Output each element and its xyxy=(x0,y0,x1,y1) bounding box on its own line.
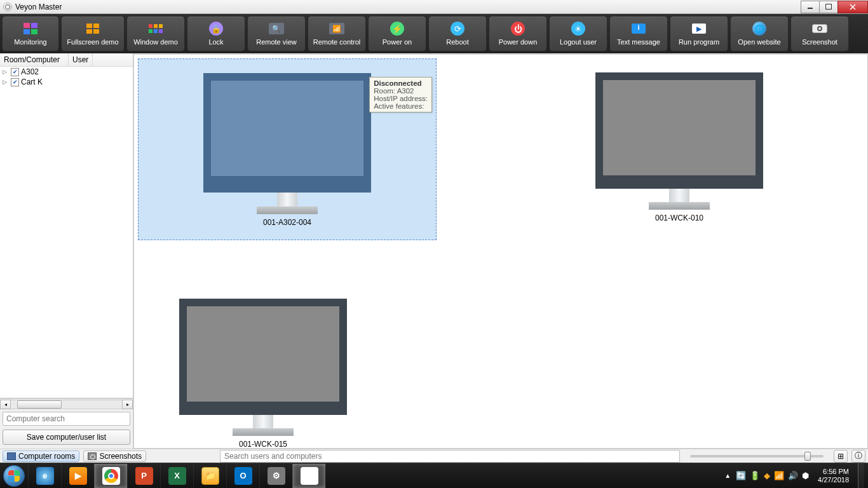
remote-control-button[interactable]: 📶 Remote control xyxy=(308,16,366,51)
dropbox-icon[interactable]: ⬢ xyxy=(802,471,809,480)
logout-icon: ☀ xyxy=(571,22,586,36)
toolbar-label: Run program xyxy=(679,38,719,46)
status-tooltip: Disconnected Room: A302 Host/IP address:… xyxy=(369,77,432,112)
screenshot-button[interactable]: Screenshot xyxy=(790,16,849,51)
taskbar-explorer[interactable]: 📁 xyxy=(193,464,226,488)
tree-col-room[interactable]: Room/Computer xyxy=(0,53,69,66)
taskbar-veyon[interactable]: 👁 xyxy=(292,464,325,488)
computer-tile[interactable]: 001-A302-004 Disconnected Room: A302 Hos… xyxy=(138,58,437,240)
view-mode-button[interactable]: ⊞ xyxy=(834,450,848,463)
computer-grid-area: 001-A302-004 Disconnected Room: A302 Hos… xyxy=(133,54,868,449)
save-list-button[interactable]: Save computer/user list xyxy=(3,430,130,445)
zoom-thumb[interactable] xyxy=(804,452,811,461)
tree-item-label: A302 xyxy=(21,67,39,76)
monitor-icon xyxy=(595,72,763,189)
toolbar-label: Window demo xyxy=(133,38,178,46)
panel-screenshots[interactable]: Screenshots xyxy=(83,451,146,462)
tree-item-label: Cart K xyxy=(21,78,43,86)
fullscreen-demo-button[interactable]: Fullscreen demo xyxy=(61,16,125,51)
taskbar-media-player[interactable]: ▶ xyxy=(61,464,94,488)
window-titlebar: Veyon Master xyxy=(0,0,868,14)
scroll-thumb[interactable] xyxy=(17,400,62,409)
network-icon[interactable]: 📶 xyxy=(774,471,784,480)
expand-icon[interactable]: ▷ xyxy=(3,69,9,75)
checkbox[interactable] xyxy=(11,68,19,76)
sync-icon[interactable]: 🔄 xyxy=(736,471,746,480)
scroll-left-button[interactable]: ◂ xyxy=(0,400,11,409)
taskbar-chrome[interactable] xyxy=(94,464,127,488)
zoom-slider[interactable] xyxy=(690,455,824,458)
toolbar-label: Fullscreen demo xyxy=(67,38,118,46)
main-toolbar: Monitoring Fullscreen demo Window demo 🔒… xyxy=(0,14,868,53)
lock-button[interactable]: 🔒 Lock xyxy=(187,16,245,51)
logout-user-button[interactable]: ☀ Logout user xyxy=(549,16,607,51)
sidebar: Room/Computer User ▷ A302 ▷ Cart K ◂ ▸ S… xyxy=(0,53,133,449)
run-program-button[interactable]: ▶ Run program xyxy=(670,16,728,51)
tree-hscrollbar[interactable]: ◂ ▸ xyxy=(0,398,133,409)
toolbar-label: Remote view xyxy=(256,38,297,46)
window-title: Veyon Master xyxy=(15,3,62,11)
tree-col-user[interactable]: User xyxy=(69,53,93,66)
taskbar-settings[interactable]: ⚙ xyxy=(259,464,292,488)
antivirus-icon[interactable]: ◆ xyxy=(764,471,770,480)
window-maximize-button[interactable] xyxy=(819,1,838,13)
bottom-panel-strip: Computer rooms Screenshots ⊞ ⓘ xyxy=(0,449,868,463)
monitoring-button[interactable]: Monitoring xyxy=(2,16,59,51)
tree-row[interactable]: ▷ Cart K xyxy=(0,77,133,87)
toolbar-label: Text message xyxy=(617,38,660,46)
volume-icon[interactable]: 🔊 xyxy=(788,471,798,480)
screenshots-icon xyxy=(88,452,97,460)
checkbox[interactable] xyxy=(11,78,19,86)
window-minimize-button[interactable] xyxy=(801,1,820,13)
taskbar-clock[interactable]: 6:56 PM 4/27/2018 xyxy=(814,468,853,484)
taskbar-excel[interactable]: X xyxy=(160,464,193,488)
battery-icon[interactable]: 🔋 xyxy=(750,471,760,480)
computer-tile[interactable]: 001-WCK-015 xyxy=(179,285,347,449)
taskbar-outlook[interactable]: O xyxy=(226,464,259,488)
grid-color-icon xyxy=(148,22,163,36)
toolbar-label: Screenshot xyxy=(802,38,837,46)
window-close-button[interactable] xyxy=(837,1,868,13)
toolbar-label: Open website xyxy=(738,38,780,46)
scroll-right-button[interactable]: ▸ xyxy=(122,400,133,409)
monitor-icon xyxy=(203,73,371,193)
info-button[interactable]: ⓘ xyxy=(851,450,865,463)
computer-tile[interactable]: 001-WCK-010 xyxy=(595,58,763,222)
reboot-button[interactable]: ⟳ Reboot xyxy=(428,16,487,51)
start-button[interactable] xyxy=(0,463,28,489)
remote-view-button[interactable]: 🔍 Remote view xyxy=(247,16,306,51)
global-search-input[interactable] xyxy=(220,450,680,463)
globe-icon: 🌐 xyxy=(752,22,767,36)
computer-search-input[interactable] xyxy=(3,412,130,426)
room-tree[interactable]: ▷ A302 ▷ Cart K xyxy=(0,67,133,398)
power-on-icon: ⚡ xyxy=(390,22,405,36)
run-icon: ▶ xyxy=(691,22,707,36)
tray-expand-icon[interactable]: ▲ xyxy=(724,472,731,479)
power-down-button[interactable]: ⏻ Power down xyxy=(489,16,547,51)
windows-taskbar: e ▶ P X 📁 O ⚙ 👁 ▲ 🔄 🔋 ◆ 📶 🔊 ⬢ 6:56 PM 4/… xyxy=(0,463,868,488)
computer-label: 001-WCK-015 xyxy=(239,440,287,449)
window-demo-button[interactable]: Window demo xyxy=(126,16,185,51)
panel-computer-rooms[interactable]: Computer rooms xyxy=(3,451,79,462)
toolbar-label: Lock xyxy=(208,38,223,46)
power-on-button[interactable]: ⚡ Power on xyxy=(368,16,426,51)
toolbar-label: Logout user xyxy=(560,38,597,46)
open-website-button[interactable]: 🌐 Open website xyxy=(730,16,789,51)
toolbar-label: Power down xyxy=(499,38,538,46)
lock-icon: 🔒 xyxy=(208,22,224,36)
tree-header: Room/Computer User xyxy=(0,53,133,67)
monitor-icon xyxy=(179,299,347,415)
scroll-track[interactable] xyxy=(11,400,122,409)
toolbar-label: Reboot xyxy=(446,38,468,46)
app-icon xyxy=(3,3,12,11)
camera-icon xyxy=(812,22,827,36)
computer-label: 001-WCK-010 xyxy=(655,214,703,222)
expand-icon[interactable]: ▷ xyxy=(3,79,9,85)
taskbar-powerpoint[interactable]: P xyxy=(127,464,160,488)
tree-row[interactable]: ▷ A302 xyxy=(0,67,133,77)
system-tray[interactable]: 🔄 🔋 ◆ 📶 🔊 ⬢ xyxy=(736,471,809,480)
computer-label: 001-A302-004 xyxy=(263,218,311,227)
show-desktop-button[interactable] xyxy=(858,463,864,489)
taskbar-ie[interactable]: e xyxy=(28,464,61,488)
text-message-button[interactable]: i Text message xyxy=(609,16,668,51)
